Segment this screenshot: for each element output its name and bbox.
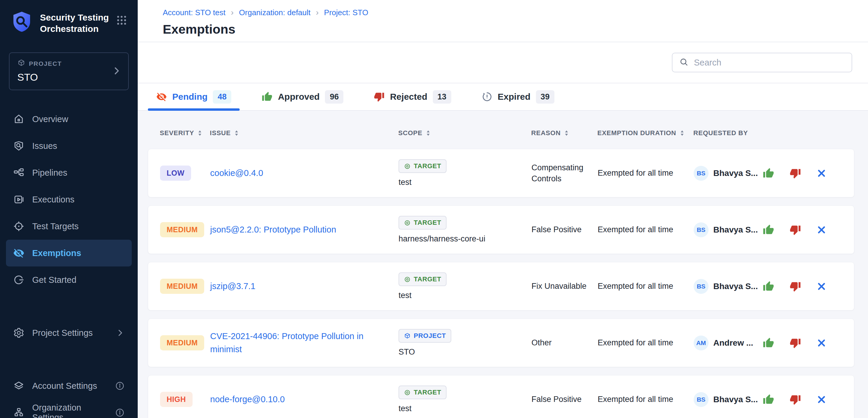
thumb-down-icon [789,224,801,236]
project-selector[interactable]: PROJECT STO [9,53,129,90]
severity-cell: MEDIUM [160,279,210,294]
primary-nav: Overview Issues Pipelines Executions [0,106,138,293]
thumb-down-icon [374,92,384,102]
approve-button[interactable] [763,224,774,236]
avatar: BS [693,222,709,237]
approve-button[interactable] [763,281,774,292]
tab-pending[interactable]: Pending 48 [148,83,240,110]
tab-approved[interactable]: Approved 96 [253,83,352,110]
issue-link[interactable]: jszip@3.7.1 [210,280,255,293]
table-row[interactable]: MEDIUM json5@2.2.0: Prototype Pollution … [148,205,854,254]
requester-name: Bhavya S... [713,395,758,404]
sidebar-item-executions[interactable]: Executions [6,186,132,213]
sidebar-item-issues[interactable]: Issues [6,133,132,159]
table-row[interactable]: MEDIUM CVE-2021-44906: Prototype Polluti… [148,319,854,367]
cancel-button[interactable] [816,168,827,178]
app-title: Security Testing Orchestration [40,10,109,34]
table-row[interactable]: LOW cookie@0.4.0 TARGET test Compensatin… [148,149,854,197]
column-header-scope[interactable]: SCOPE [398,129,531,137]
sidebar-item-label: Pipelines [32,168,67,178]
column-header-severity[interactable]: SEVERITY [160,129,210,137]
breadcrumb-organization[interactable]: Organization: default [239,8,311,17]
sidebar-item-get-started[interactable]: Get Started [6,267,132,293]
column-header-issue[interactable]: ISSUE [210,129,398,137]
tab-label: Expired [498,92,531,102]
issue-link[interactable]: CVE-2021-44906: Prototype Pollution in m… [210,330,383,356]
sort-icon [426,130,430,136]
cube-icon [17,59,25,68]
issue-link[interactable]: json5@2.2.0: Prototype Pollution [210,223,336,236]
gear-icon [13,327,25,339]
severity-badge: MEDIUM [160,335,204,350]
sidebar-item-label: Overview [32,114,68,124]
target-icon [404,163,411,170]
sidebar: Security Testing Orchestration PROJECT S… [0,0,138,418]
sidebar-item-pipelines[interactable]: Pipelines [6,159,132,186]
cancel-button[interactable] [816,394,827,405]
sidebar-item-account-settings[interactable]: Account Settings [6,373,132,399]
chevron-right-icon: › [231,8,234,17]
info-icon[interactable] [115,408,125,417]
chevron-right-icon [112,66,122,77]
sidebar-item-overview[interactable]: Overview [6,106,132,133]
scope-cell: PROJECT STO [399,329,531,357]
reject-button[interactable] [789,337,801,349]
sidebar-item-exemptions[interactable]: Exemptions [6,240,132,267]
sort-icon [234,130,239,136]
issue-link[interactable]: node-forge@0.10.0 [210,393,285,406]
scope-name: test [399,404,412,413]
reject-button[interactable] [789,168,801,179]
severity-cell: MEDIUM [160,222,210,237]
info-icon[interactable] [115,381,125,391]
duration-cell: Exempted for all time [598,169,693,178]
close-icon [816,394,827,405]
close-icon [816,168,827,178]
thumb-up-icon [262,92,273,102]
cancel-button[interactable] [816,281,827,291]
column-header-reason[interactable]: REASON [531,129,597,137]
requester-name: Andrew ... [713,338,753,348]
sidebar-item-label: Issues [32,141,57,151]
reject-button[interactable] [789,281,801,292]
tab-rejected[interactable]: Rejected 13 [366,83,459,110]
table-row[interactable]: MEDIUM jszip@3.7.1 TARGET test Fix Unava… [148,262,854,311]
sidebar-item-test-targets[interactable]: Test Targets [6,213,132,240]
secondary-nav: Project Settings [0,319,138,346]
table-row[interactable]: HIGH node-forge@0.10.0 TARGET test False… [148,375,854,418]
column-header-exemption-duration[interactable]: EXEMPTION DURATION [597,129,693,137]
sidebar-item-project-settings[interactable]: Project Settings [6,319,132,346]
issue-link[interactable]: cookie@0.4.0 [210,167,263,180]
approve-button[interactable] [763,394,774,405]
sidebar-item-label: Get Started [32,275,76,285]
breadcrumb-account[interactable]: Account: STO test [163,8,226,17]
tab-expired[interactable]: Expired 39 [473,83,563,110]
pipelines-icon [13,167,25,178]
breadcrumb-project[interactable]: Project: STO [324,8,368,17]
cancel-button[interactable] [816,338,827,348]
thumb-down-icon [789,394,801,405]
issue-cell: cookie@0.4.0 [210,167,399,180]
sidebar-item-label: Account Settings [32,381,97,391]
requester-name: Bhavya S... [713,282,758,291]
severity-cell: MEDIUM [160,335,210,350]
thumb-up-icon [763,224,774,236]
scope-cell: TARGET test [399,272,531,300]
requester-name: Bhavya S... [713,225,758,235]
cancel-button[interactable] [816,225,827,235]
scope-type-label: PROJECT [414,332,446,340]
scope-name: test [399,178,412,187]
app-grid-icon[interactable] [116,10,128,27]
approve-button[interactable] [763,168,774,179]
search-box[interactable] [672,53,852,72]
row-actions [763,168,854,179]
search-input[interactable] [694,58,845,68]
sidebar-item-organization-settings[interactable]: Organization Settings [6,399,132,418]
row-actions [763,337,854,349]
column-label: REASON [531,129,561,137]
reject-button[interactable] [789,224,801,236]
approve-button[interactable] [763,337,774,349]
search-icon [679,57,688,68]
issues-icon [13,140,25,151]
reject-button[interactable] [789,394,801,405]
thumb-down-icon [789,168,801,179]
